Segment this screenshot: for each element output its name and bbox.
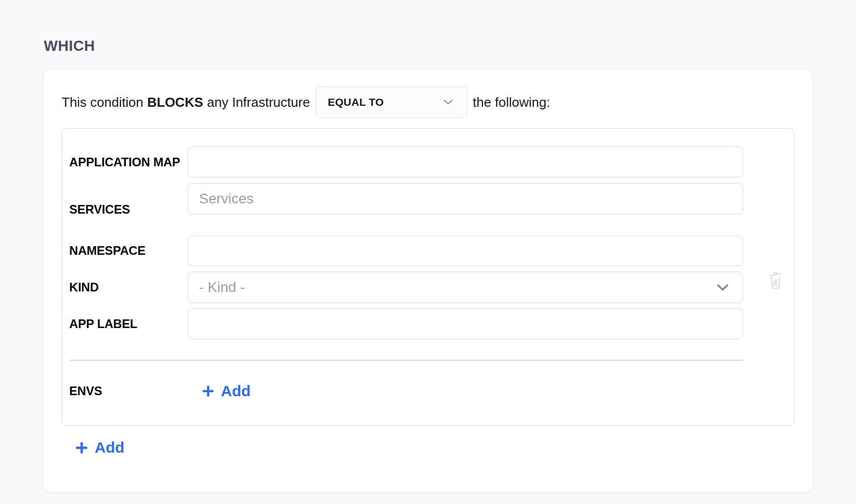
app-label-input[interactable] xyxy=(187,308,743,339)
envs-row: ENVS Add xyxy=(69,379,743,403)
add-env-label: Add xyxy=(221,382,250,400)
plus-icon xyxy=(75,441,89,455)
add-env-button[interactable]: Add xyxy=(201,380,251,402)
namespace-row: NAMESPACE xyxy=(69,235,743,266)
kind-select-placeholder: - Kind - xyxy=(199,279,245,295)
delete-condition-button[interactable] xyxy=(765,269,786,291)
app-label-row: APP LABEL xyxy=(69,308,743,339)
namespace-label: NAMESPACE xyxy=(69,243,187,258)
application-map-input[interactable] xyxy=(187,146,743,177)
application-map-row: APPLICATION MAP xyxy=(69,146,743,177)
operator-value: EQUAL TO xyxy=(328,96,384,108)
plus-icon xyxy=(202,384,215,398)
condition-middle: any Infrastructure xyxy=(207,95,310,110)
namespace-input[interactable] xyxy=(187,235,743,266)
app-label-label: APP LABEL xyxy=(69,316,187,331)
kind-label: KIND xyxy=(69,280,187,294)
services-row: SERVICES xyxy=(69,183,743,235)
condition-sentence: This condition BLOCKS any Infrastructure… xyxy=(62,86,813,118)
services-input[interactable] xyxy=(187,183,743,215)
add-condition-label: Add xyxy=(95,439,124,456)
chevron-down-icon xyxy=(443,100,453,105)
operator-select[interactable]: EQUAL TO xyxy=(316,86,467,118)
condition-prefix: This condition xyxy=(62,95,143,110)
trash-icon xyxy=(767,270,784,290)
envs-label: ENVS xyxy=(69,383,187,398)
section-divider xyxy=(69,360,743,361)
kind-select[interactable]: - Kind - xyxy=(187,272,743,303)
condition-effect: BLOCKS xyxy=(147,95,203,110)
page-title: WHICH xyxy=(44,38,95,54)
infrastructure-rule-card: APPLICATION MAP SERVICES NAMESPACE KIND … xyxy=(62,128,794,426)
condition-suffix: the following: xyxy=(473,95,550,110)
condition-card: This condition BLOCKS any Infrastructure… xyxy=(43,69,813,492)
application-map-label: APPLICATION MAP xyxy=(69,155,187,169)
add-condition-button[interactable]: Add xyxy=(74,437,125,458)
kind-row: KIND - Kind - xyxy=(69,272,743,303)
chevron-down-icon xyxy=(717,284,728,291)
services-label: SERVICES xyxy=(69,202,187,217)
